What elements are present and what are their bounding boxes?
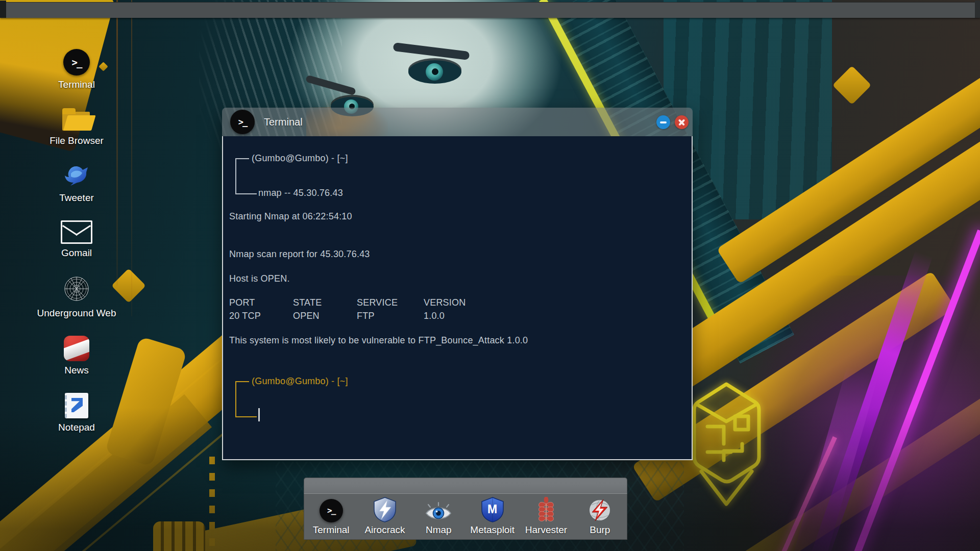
background-window-bar xyxy=(304,478,627,494)
dock-item-airocrack[interactable]: Airocrack xyxy=(359,498,410,536)
desktop-icon-notepad[interactable]: Notepad xyxy=(46,393,107,433)
terminal-line-report: Nmap scan report for 45.30.76.43 xyxy=(229,248,682,260)
desktop-icon-underground-web[interactable]: Underground Web xyxy=(46,276,107,319)
dock-item-metasploit[interactable]: M Metasploit xyxy=(467,498,518,536)
port-table-cell: OPEN xyxy=(293,311,357,321)
news-icon xyxy=(64,336,89,361)
minimize-button[interactable] xyxy=(656,115,670,129)
port-table-cell: 1.0.0 xyxy=(424,311,682,321)
top-bar xyxy=(0,2,980,18)
port-table-cell: FTP xyxy=(357,311,424,321)
window-title: Terminal xyxy=(264,116,303,128)
dock: >_ Terminal Airocrack xyxy=(304,493,627,540)
port-table-header: VERSION xyxy=(424,297,682,308)
desktop-icon-label: News xyxy=(64,365,89,376)
dock-item-label: Terminal xyxy=(313,524,350,536)
desktop-icon-gomail[interactable]: Gomail xyxy=(46,220,107,259)
terminal-cursor xyxy=(258,408,260,421)
lightning-burst-icon xyxy=(587,498,612,522)
desktop-icon-news[interactable]: News xyxy=(46,336,107,376)
desktop-icon-label: Notepad xyxy=(58,422,95,433)
desktop-icon-file-browser[interactable]: File Browser xyxy=(46,107,107,146)
dock-item-label: Nmap xyxy=(426,524,452,536)
dock-item-label: Burp xyxy=(590,524,610,536)
dock-item-label: Harvester xyxy=(525,524,567,536)
desktop-icon-terminal[interactable]: >_ Terminal xyxy=(46,49,107,90)
terminal-icon: >_ xyxy=(230,110,255,134)
neon-cube-graphic xyxy=(683,370,772,516)
terminal-line-starting: Starting Nmap at 06:22:54:10 xyxy=(229,211,682,222)
terminal-window: >_ Terminal (Gumbo@Gumbo) - [~] nmap -- … xyxy=(222,108,693,460)
desktop-icon-tweeter[interactable]: Tweeter xyxy=(46,163,107,204)
dock-item-terminal[interactable]: >_ Terminal xyxy=(306,498,357,536)
desktop-icon-label: Tweeter xyxy=(59,192,94,204)
dock-item-harvester[interactable]: Harvester xyxy=(521,498,572,536)
prompt-command: nmap -- 45.30.76.43 xyxy=(258,188,343,198)
desktop-icon-column: >_ Terminal File Browser Tweeter xyxy=(46,49,107,433)
desktop-icon-label: File Browser xyxy=(50,135,104,146)
eye-icon xyxy=(425,498,452,522)
metasploit-monogram: M xyxy=(481,503,504,516)
terminal-prompt-block: (Gumbo@Gumbo) - [~] nmap -- 45.30.76.43 xyxy=(229,153,682,197)
nmap-port-table: PORT STATE SERVICE VERSION 20 TCP OPEN F… xyxy=(229,297,682,321)
port-table-header: STATE xyxy=(293,297,357,308)
port-table-header: PORT xyxy=(229,297,293,308)
dock-item-burp[interactable]: Burp xyxy=(574,498,625,536)
shield-bolt-icon xyxy=(373,498,397,522)
bird-icon xyxy=(64,163,89,189)
desktop: >_ Terminal File Browser Tweeter xyxy=(0,0,980,551)
desktop-icon-label: Underground Web xyxy=(37,308,116,319)
port-table-header: SERVICE xyxy=(357,297,424,308)
terminal-line-host: Host is OPEN. xyxy=(229,273,682,284)
terminal-prompt-block: (Gumbo@Gumbo) - [~] xyxy=(229,375,682,420)
shield-m-icon: M xyxy=(481,498,504,522)
terminal-output-area[interactable]: (Gumbo@Gumbo) - [~] nmap -- 45.30.76.43 … xyxy=(222,136,693,460)
port-table-cell: 20 TCP xyxy=(229,311,293,321)
terminal-icon: >_ xyxy=(63,49,90,76)
dock-item-label: Airocrack xyxy=(364,524,405,536)
close-button[interactable] xyxy=(675,115,689,129)
spiderweb-icon xyxy=(63,276,90,304)
terminal-line-vulnerability: This system is most likely to be vulnera… xyxy=(229,335,682,346)
terminal-icon: >_ xyxy=(320,499,343,522)
notepad-icon xyxy=(65,393,88,418)
envelope-icon xyxy=(61,220,92,244)
desktop-icon-label: Terminal xyxy=(58,79,95,90)
desktop-icon-label: Gomail xyxy=(61,247,92,259)
wheat-icon xyxy=(537,498,555,522)
prompt-user: (Gumbo@Gumbo) - [~] xyxy=(252,376,348,387)
terminal-titlebar[interactable]: >_ Terminal xyxy=(222,108,693,136)
dock-item-nmap[interactable]: Nmap xyxy=(413,498,464,536)
dock-item-label: Metasploit xyxy=(470,524,514,536)
folder-icon xyxy=(61,107,92,132)
prompt-user: (Gumbo@Gumbo) - [~] xyxy=(252,153,348,164)
